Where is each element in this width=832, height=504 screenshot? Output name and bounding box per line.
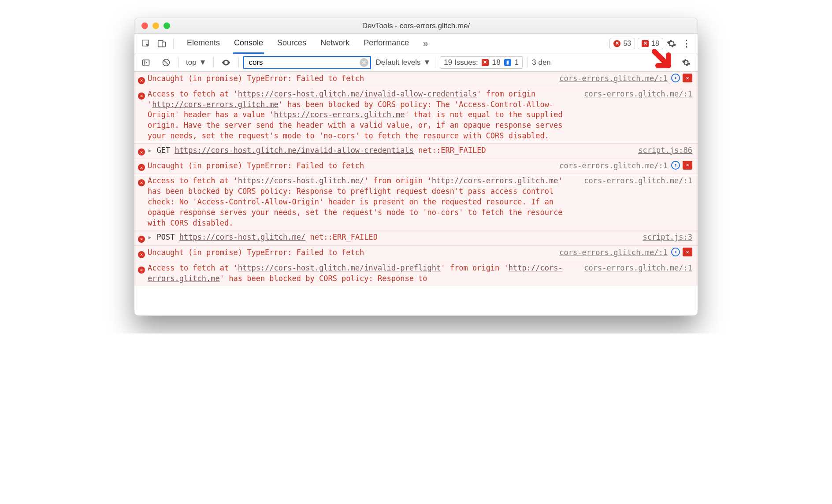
log-levels-label: Default levels <box>375 58 420 67</box>
replay-xhr-icon[interactable]: ↕ <box>671 74 680 82</box>
error-icon: ✕ <box>138 77 145 84</box>
replay-xhr-icon[interactable]: ↕ <box>671 161 680 170</box>
source-link[interactable]: cors-errors.glitch.me/:1 <box>576 263 692 284</box>
tab-network[interactable]: Network <box>319 34 350 53</box>
more-menu-icon[interactable]: ⋮ <box>682 38 691 49</box>
error-text: Uncaught (in promise) TypeError: Failed … <box>148 161 364 170</box>
cors-error-count-badge[interactable]: ✕ 18 <box>638 38 663 49</box>
source-link[interactable]: cors-errors.glitch.me/:1 <box>551 161 668 172</box>
source-link[interactable]: script.js:3 <box>635 232 692 244</box>
issue-link-icon[interactable]: ✕ <box>683 248 692 256</box>
issues-info-count: 1 <box>515 58 519 67</box>
dropdown-caret-icon: ▼ <box>199 58 207 67</box>
issues-label: 19 Issues: <box>444 58 478 67</box>
console-row[interactable]: ✕ Access to fetch at 'https://cors-host.… <box>134 174 698 230</box>
panel-toolbar: Elements Console Sources Network Perform… <box>134 34 698 53</box>
expand-chevron-icon[interactable]: ▸ <box>148 233 152 241</box>
http-method: GET <box>157 146 171 155</box>
source-link[interactable]: cors-errors.glitch.me/:1 <box>576 176 692 228</box>
tab-performance[interactable]: Performance <box>363 34 410 53</box>
error-text: Uncaught (in promise) TypeError: Failed … <box>148 74 364 83</box>
tab-console[interactable]: Console <box>233 34 264 54</box>
source-link[interactable]: script.js:86 <box>630 145 692 157</box>
source-link[interactable]: cors-errors.glitch.me/:1 <box>576 89 692 141</box>
panel-tabs: Elements Console Sources Network Perform… <box>186 34 429 53</box>
error-icon: ✕ <box>138 267 145 274</box>
console-row[interactable]: ✕ Access to fetch at 'https://cors-host.… <box>134 261 698 286</box>
error-count-badge[interactable]: ✕ 53 <box>609 38 635 49</box>
clear-filter-icon[interactable]: ✕ <box>360 58 368 67</box>
titlebar: DevTools - cors-errors.glitch.me/ <box>134 18 698 34</box>
device-toggle-icon[interactable] <box>156 37 168 50</box>
console-row[interactable]: ✕ Uncaught (in promise) TypeError: Faile… <box>134 159 698 174</box>
net-status: net::ERR_FAILED <box>418 146 486 155</box>
filter-input-wrap: ✕ <box>243 56 371 69</box>
url-link[interactable]: http://cors-errors.glitch.me <box>432 176 558 185</box>
close-window-button[interactable] <box>141 22 148 29</box>
dropdown-caret-icon: ▼ <box>423 58 431 67</box>
error-text: Uncaught (in promise) TypeError: Failed … <box>148 248 364 257</box>
error-icon: ✕ <box>613 40 620 47</box>
error-icon: ✕ <box>138 148 145 156</box>
tab-overflow[interactable]: » <box>422 34 429 53</box>
minimize-window-button[interactable] <box>152 22 159 29</box>
issues-error-icon: ✕ <box>482 59 489 66</box>
error-icon: ✕ <box>138 236 145 243</box>
hidden-messages-label[interactable]: 3 den <box>532 58 551 67</box>
context-value: top <box>186 58 197 67</box>
error-count: 53 <box>623 40 631 48</box>
replay-xhr-icon[interactable]: ↕ <box>671 248 680 256</box>
inspect-element-icon[interactable] <box>140 37 152 50</box>
tab-elements[interactable]: Elements <box>186 34 221 53</box>
issue-link-icon[interactable]: ✕ <box>683 74 692 82</box>
issues-counter[interactable]: 19 Issues: ✕ 18 ▮ 1 <box>440 56 523 69</box>
issues-error-count: 18 <box>492 58 501 67</box>
svg-rect-2 <box>162 42 165 47</box>
console-row[interactable]: ✕ Uncaught (in promise) TypeError: Faile… <box>134 245 698 261</box>
divider <box>238 57 239 68</box>
source-link[interactable]: cors-errors.glitch.me/:1 <box>551 74 668 85</box>
console-filter-bar: top ▼ ✕ Default levels ▼ 19 Issues: ✕ 18… <box>134 53 698 72</box>
console-row[interactable]: ✕ ▸ GET https://cors-host.glitch.me/inva… <box>134 143 698 159</box>
tab-sources[interactable]: Sources <box>276 34 307 53</box>
divider <box>435 57 435 68</box>
divider <box>213 57 214 68</box>
source-link[interactable]: cors-errors.glitch.me/:1 <box>551 248 668 259</box>
cors-error-icon: ✕ <box>642 40 649 47</box>
url-link[interactable]: https://cors-errors.glitch.me <box>274 110 405 119</box>
console-settings-gear-icon[interactable] <box>682 58 691 67</box>
http-method: POST <box>157 233 175 241</box>
console-output: ✕ Uncaught (in promise) TypeError: Faile… <box>134 72 698 315</box>
error-icon: ✕ <box>138 251 145 258</box>
cors-error-count: 18 <box>651 40 659 48</box>
devtools-window: DevTools - cors-errors.glitch.me/ Elemen… <box>134 18 698 316</box>
url-link[interactable]: https://cors-host.glitch.me/invalid-allo… <box>238 89 477 98</box>
console-row[interactable]: ✕ ▸ POST https://cors-host.glitch.me/ ne… <box>134 230 698 245</box>
url-link[interactable]: http://cors-errors.glitch.me <box>152 100 279 109</box>
context-selector[interactable]: top ▼ <box>183 58 209 67</box>
divider <box>527 57 527 68</box>
divider <box>173 38 174 49</box>
clear-console-icon[interactable] <box>160 56 172 69</box>
url-link[interactable]: https://cors-host.glitch.me/ <box>238 176 364 185</box>
filter-input[interactable] <box>243 56 371 69</box>
traffic-lights <box>134 22 170 29</box>
net-status: net::ERR_FAILED <box>310 233 378 241</box>
issues-info-icon: ▮ <box>504 59 511 66</box>
log-levels-selector[interactable]: Default levels ▼ <box>375 58 431 67</box>
url-link[interactable]: https://cors-host.glitch.me/invalid-pref… <box>238 263 441 272</box>
live-expression-eye-icon[interactable] <box>220 56 232 69</box>
error-icon: ✕ <box>138 164 145 171</box>
divider <box>178 57 179 68</box>
settings-gear-icon[interactable] <box>667 39 676 48</box>
maximize-window-button[interactable] <box>163 22 170 29</box>
url-link[interactable]: https://cors-host.glitch.me/invalid-allo… <box>175 146 413 155</box>
console-row[interactable]: ✕ Uncaught (in promise) TypeError: Faile… <box>134 72 698 87</box>
expand-chevron-icon[interactable]: ▸ <box>148 146 152 155</box>
issue-link-icon[interactable]: ✕ <box>683 161 692 170</box>
window-title: DevTools - cors-errors.glitch.me/ <box>134 22 698 30</box>
console-sidebar-toggle-icon[interactable] <box>140 56 152 69</box>
console-row[interactable]: ✕ Access to fetch at 'https://cors-host.… <box>134 87 698 143</box>
error-icon: ✕ <box>138 179 145 186</box>
url-link[interactable]: https://cors-host.glitch.me/ <box>179 233 306 241</box>
